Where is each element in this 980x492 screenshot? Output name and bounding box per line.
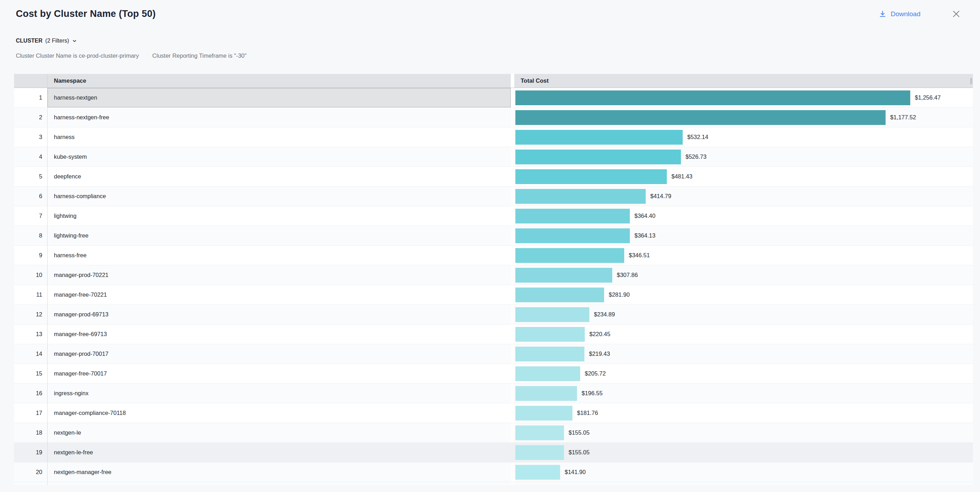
row-namespace[interactable]: manager-compliance-70118 bbox=[48, 403, 511, 423]
row-total-cost: $364.13 bbox=[514, 226, 973, 246]
row-total-cost: $141.90 bbox=[514, 462, 973, 482]
table-row[interactable]: 7lightwing$364.40 bbox=[14, 206, 973, 226]
cluster-filters-label: CLUSTER bbox=[16, 38, 43, 44]
row-rank: 13 bbox=[14, 324, 48, 344]
cost-value: $220.45 bbox=[589, 331, 611, 338]
table-row[interactable]: 10manager-prod-70221$307.86 bbox=[14, 265, 973, 285]
cost-value: $364.40 bbox=[635, 213, 655, 219]
cost-value: $141.90 bbox=[565, 469, 586, 475]
table-row[interactable]: 6harness-compliance$414.79 bbox=[14, 187, 973, 206]
cost-bar[interactable] bbox=[515, 189, 646, 204]
row-namespace[interactable]: manager-prod-69713 bbox=[48, 305, 511, 324]
cost-bar[interactable] bbox=[515, 90, 910, 105]
row-namespace[interactable]: harness-nextgen-free bbox=[48, 108, 511, 127]
row-rank: 12 bbox=[14, 305, 48, 324]
cost-bar[interactable] bbox=[515, 287, 604, 302]
row-namespace[interactable]: lightwing bbox=[48, 206, 511, 226]
row-namespace[interactable]: manager-free-70221 bbox=[48, 285, 511, 305]
cost-bar[interactable] bbox=[515, 406, 573, 421]
cost-bar[interactable] bbox=[515, 347, 584, 362]
namespace-column-header[interactable]: Namespace bbox=[48, 74, 511, 88]
cost-bar[interactable] bbox=[515, 110, 886, 125]
cost-bar[interactable] bbox=[515, 169, 667, 184]
close-button[interactable] bbox=[951, 9, 961, 19]
table-row[interactable]: 1harness-nextgen$1,256.47 bbox=[14, 88, 973, 108]
row-rank: 3 bbox=[14, 127, 48, 147]
cluster-filters-dropdown[interactable]: CLUSTER (2 Filters) bbox=[16, 38, 77, 44]
row-namespace[interactable]: nextgen-manager-free bbox=[48, 462, 511, 482]
cost-bar[interactable] bbox=[515, 445, 564, 460]
row-total-cost: $414.79 bbox=[514, 187, 973, 206]
row-total-cost: $220.45 bbox=[514, 324, 973, 344]
table-row[interactable]: 14manager-prod-70017$219.43 bbox=[14, 344, 973, 364]
row-namespace[interactable]: manager-free-70017 bbox=[48, 364, 511, 384]
table-row[interactable]: 12manager-prod-69713$234.89 bbox=[14, 305, 973, 324]
table-row[interactable]: 15manager-free-70017$205.72 bbox=[14, 364, 973, 384]
table-row[interactable]: 9harness-free$346.51 bbox=[14, 246, 973, 265]
row-namespace[interactable]: harness bbox=[48, 127, 511, 147]
total-cost-column-header[interactable]: Total Cost bbox=[514, 74, 973, 88]
cost-bar[interactable] bbox=[515, 268, 612, 283]
cost-bar[interactable] bbox=[515, 465, 560, 480]
row-rank: 19 bbox=[14, 443, 48, 462]
row-namespace[interactable]: manager-free-69713 bbox=[48, 324, 511, 344]
row-namespace[interactable]: nextgen-le bbox=[48, 423, 511, 443]
table-row[interactable]: 11manager-free-70221$281.90 bbox=[14, 285, 973, 305]
table-row[interactable]: 16ingress-nginx$196.55 bbox=[14, 384, 973, 403]
cost-bar[interactable] bbox=[515, 248, 624, 263]
cost-bar[interactable] bbox=[515, 367, 580, 381]
row-rank: 8 bbox=[14, 226, 48, 246]
cost-bar[interactable] bbox=[515, 327, 585, 342]
cost-bar[interactable] bbox=[515, 130, 682, 144]
row-namespace[interactable]: harness-nextgen bbox=[48, 88, 511, 108]
row-namespace[interactable]: manager-prod-70221 bbox=[48, 265, 511, 285]
row-total-cost: $219.43 bbox=[514, 344, 973, 364]
row-total-cost: $1,177.52 bbox=[514, 108, 973, 127]
row-namespace[interactable]: nextgen-le-free bbox=[48, 443, 511, 462]
row-total-cost: $205.72 bbox=[514, 364, 973, 384]
cost-bar[interactable] bbox=[515, 149, 681, 164]
cost-bar[interactable] bbox=[515, 425, 564, 440]
vertical-scrollbar[interactable] bbox=[970, 78, 972, 84]
table-row[interactable]: 20nextgen-manager-free$141.90 bbox=[14, 462, 973, 482]
table-row[interactable]: 17manager-compliance-70118$181.76 bbox=[14, 403, 973, 423]
cluster-filters-count: (2 Filters) bbox=[45, 38, 69, 44]
cost-bar[interactable] bbox=[515, 386, 577, 401]
cost-value: $181.76 bbox=[577, 409, 598, 416]
modal-header: Cost by Cluster Name (Top 50) Download bbox=[0, 0, 980, 19]
cost-table: Namespace Total Cost 1harness-nextgen$1,… bbox=[14, 74, 973, 485]
filter-cluster-name: Cluster Cluster Name is ce-prod-cluster-… bbox=[16, 52, 139, 59]
table-row[interactable]: 13manager-free-69713$220.45 bbox=[14, 324, 973, 344]
cost-value: $307.86 bbox=[617, 272, 638, 278]
cost-value: $364.13 bbox=[635, 232, 655, 239]
table-row[interactable]: 18nextgen-le$155.05 bbox=[14, 423, 973, 443]
cost-bar[interactable] bbox=[515, 209, 630, 224]
download-button[interactable]: Download bbox=[878, 10, 921, 18]
cost-bar[interactable] bbox=[515, 229, 630, 243]
table-row[interactable]: 5deepfence$481.43 bbox=[14, 167, 973, 187]
cost-value: $1,256.47 bbox=[915, 94, 940, 101]
row-namespace[interactable]: harness-compliance bbox=[48, 187, 511, 206]
table-row[interactable]: 3harness$532.14 bbox=[14, 127, 973, 147]
table-row[interactable]: 19nextgen-le-free$155.05 bbox=[14, 443, 973, 462]
table-row[interactable]: 4kube-system$526.73 bbox=[14, 147, 973, 167]
table-row[interactable]: 2harness-nextgen-free$1,177.52 bbox=[14, 108, 973, 127]
row-namespace[interactable]: deepfence bbox=[48, 167, 511, 187]
row-namespace[interactable]: lightwing-free bbox=[48, 226, 511, 246]
table-row[interactable]: 8lightwing-free$364.13 bbox=[14, 226, 973, 246]
row-total-cost: $346.51 bbox=[514, 246, 973, 265]
row-rank: 6 bbox=[14, 187, 48, 206]
row-namespace[interactable]: kube-system bbox=[48, 147, 511, 167]
table-header-row: Namespace Total Cost bbox=[14, 74, 973, 88]
cost-value: $481.43 bbox=[671, 173, 692, 180]
rank-column-header bbox=[14, 74, 48, 88]
row-namespace[interactable]: harness-free bbox=[48, 246, 511, 265]
row-namespace[interactable]: manager-prod-70017 bbox=[48, 344, 511, 364]
cost-value: $414.79 bbox=[650, 193, 671, 200]
cost-bar[interactable] bbox=[515, 307, 589, 322]
row-total-cost: $532.14 bbox=[514, 127, 973, 147]
filter-reporting-timeframe: Cluster Reporting Timeframe is "-30" bbox=[152, 52, 247, 59]
row-namespace[interactable]: ingress-nginx bbox=[48, 384, 511, 403]
row-rank: 18 bbox=[14, 423, 48, 443]
row-total-cost: $1,256.47 bbox=[514, 88, 973, 108]
